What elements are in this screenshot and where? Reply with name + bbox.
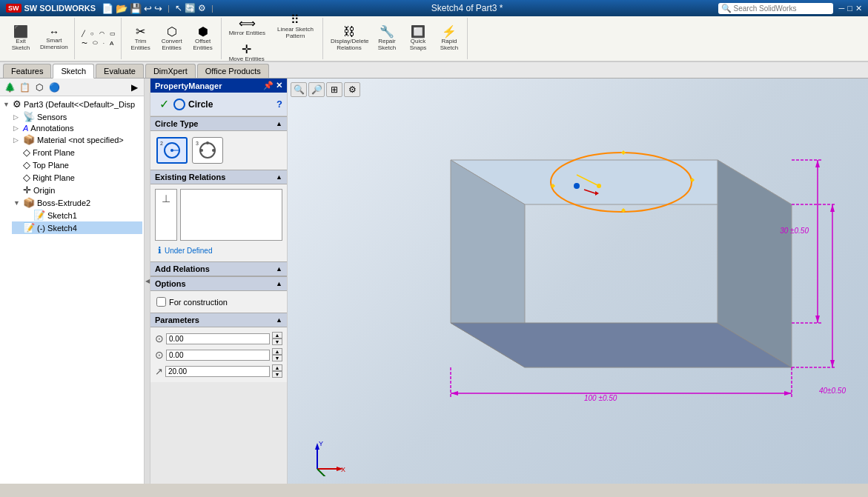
maximize-icon[interactable]: □: [847, 4, 852, 13]
tab-office-products[interactable]: Office Products: [197, 64, 269, 78]
under-defined-label: Under Defined: [165, 247, 212, 255]
titlebar: SW SW SOLIDWORKS 📄 📂 💾 ↩ ↪ | ↖ 🔄 ⚙ | Ske…: [0, 0, 868, 16]
point-button[interactable]: ·: [101, 39, 107, 47]
spline-button[interactable]: 〜: [79, 39, 90, 48]
tab-evaluate[interactable]: Evaluate: [96, 64, 144, 78]
display-delete-relations-button[interactable]: ⛓ Display/DeleteRelations: [328, 24, 371, 53]
param-r-up[interactable]: ▲: [272, 364, 282, 371]
zoom-in-button[interactable]: 🔍: [291, 82, 307, 97]
rebuild-icon[interactable]: 🔄: [185, 3, 196, 13]
parameters-header[interactable]: Parameters ▲: [150, 313, 287, 327]
undo-icon[interactable]: ↩: [144, 3, 152, 14]
pm-close-icon[interactable]: ✕: [276, 81, 282, 90]
collapse-arrow-icon: ◀: [145, 278, 150, 284]
add-relations-header[interactable]: Add Relations ▲: [150, 261, 287, 276]
view-options-button[interactable]: ⚙: [344, 82, 360, 97]
tree-item-boss-extrude2[interactable]: ▼ 📦 Boss-Extrude2: [12, 196, 142, 209]
tree-icon-1[interactable]: 🌲: [3, 81, 16, 94]
ellipse-button[interactable]: ⬭: [90, 39, 100, 47]
param-r-input[interactable]: [165, 366, 270, 377]
trim-entities-button[interactable]: ✂ TrimEntities: [126, 24, 156, 53]
circle-type-perimeter-button[interactable]: 3: [192, 137, 223, 164]
view-normal-button[interactable]: ⊞: [326, 82, 342, 97]
feature-tree-toolbar: 🌲 📋 ⬡ 🔵 ▶: [0, 79, 144, 96]
toolbar-group-draw: ╱ ○ ◠ ▭ 〜 ⬭ ·: [76, 18, 122, 59]
pm-accept-button[interactable]: ✓: [155, 96, 173, 113]
open-icon[interactable]: 📂: [116, 3, 127, 14]
options-icon[interactable]: ⚙: [198, 3, 206, 13]
tree-icon-3[interactable]: ⬡: [33, 81, 46, 94]
for-construction-checkbox[interactable]: [156, 297, 166, 307]
boss-extrude-icon: 📦: [23, 197, 35, 208]
arc-button[interactable]: ◠: [97, 30, 107, 38]
circle-button[interactable]: ○: [88, 30, 96, 38]
minimize-icon[interactable]: ─: [839, 4, 845, 13]
svg-marker-36: [830, 204, 835, 212]
quick-snaps-button[interactable]: 🔲 QuickSnaps: [403, 24, 433, 53]
close-icon[interactable]: ✕: [855, 4, 862, 13]
existing-relations-header[interactable]: Existing Relations ▲: [150, 170, 287, 184]
tree-item-front-plane[interactable]: ◇ Front Plane: [12, 146, 142, 159]
tree-item-part3[interactable]: ▼ ⚙ Part3 (Default<<Default>_Disp: [1, 98, 142, 110]
toolbar: ⬛ ExitSketch ↔ SmartDimension ╱ ○ ◠ ▭: [0, 16, 868, 62]
param-r-down[interactable]: ▼: [272, 371, 282, 378]
tab-features[interactable]: Features: [3, 64, 51, 78]
param-y-up[interactable]: ▲: [272, 348, 282, 355]
circle-type-center-button[interactable]: 2: [156, 137, 188, 164]
repair-sketch-button[interactable]: 🔧 RepairSketch: [372, 24, 402, 53]
collapse-handle[interactable]: ◀: [145, 79, 150, 484]
param-x-input[interactable]: [166, 333, 270, 344]
redo-icon[interactable]: ↪: [154, 3, 162, 14]
tree-item-right-plane[interactable]: ◇ Right Plane: [12, 171, 142, 184]
param-y-spinner: ▲ ▼: [272, 348, 282, 361]
tab-dimxpert[interactable]: DimXpert: [145, 64, 196, 78]
param-x-up[interactable]: ▲: [272, 332, 282, 338]
tree-item-sketch1[interactable]: 📝 Sketch1: [22, 209, 142, 221]
mirror-entities-button[interactable]: ⟺ Mirror Entities: [226, 16, 268, 39]
search-box[interactable]: 🔍: [718, 3, 833, 14]
arc-icon: ◠: [99, 30, 105, 37]
linear-pattern-label: Linear Sketch Pattern: [276, 27, 314, 40]
line-button[interactable]: ╱: [79, 30, 87, 38]
convert-entities-button[interactable]: ⬡ ConvertEntities: [157, 24, 187, 53]
exit-sketch-button[interactable]: ⬛ ExitSketch: [6, 24, 36, 53]
param-y-down[interactable]: ▼: [272, 355, 282, 361]
options-header[interactable]: Options ▲: [150, 276, 287, 291]
text-button[interactable]: A: [107, 39, 116, 47]
tree-branch: ▷ 📡 Sensors ▷ A Annotations ▷ 📦 Material…: [1, 110, 142, 234]
smart-dimension-button[interactable]: ↔ SmartDimension: [37, 25, 71, 53]
pm-header: PropertyManager 📌 ✕: [150, 79, 287, 93]
tree-item-material[interactable]: ▷ 📦 Material <not specified>: [12, 133, 142, 146]
smart-dimension-label: SmartDimension: [40, 38, 68, 51]
param-y-input[interactable]: [166, 350, 270, 361]
tree-icon-2[interactable]: 📋: [18, 81, 31, 94]
mirror-icon: ⟺: [239, 18, 256, 30]
tree-item-origin[interactable]: ✛ Origin: [12, 184, 142, 196]
pm-pin-icon[interactable]: 📌: [263, 81, 274, 90]
circle-type-header[interactable]: Circle Type ▲: [150, 116, 287, 131]
linear-sketch-pattern-button[interactable]: ⠿ Linear Sketch Pattern: [271, 13, 319, 41]
pm-help-button[interactable]: ?: [276, 99, 282, 110]
tree-item-sketch4[interactable]: 📝 (-) Sketch4: [12, 221, 142, 234]
tree-expand-icon[interactable]: ▶: [127, 81, 141, 94]
svg-marker-31: [451, 391, 458, 396]
pointer-icon[interactable]: ↖: [175, 3, 182, 13]
svg-text:3: 3: [196, 141, 199, 146]
tree-item-annotations[interactable]: ▷ A Annotations: [12, 123, 142, 133]
quick-snaps-label: QuickSnaps: [410, 39, 427, 52]
toolbar-group-relations: ⛓ Display/DeleteRelations 🔧 RepairSketch…: [325, 18, 468, 59]
offset-entities-button[interactable]: ⬢ OffsetEntities: [188, 24, 218, 53]
new-icon[interactable]: 📄: [102, 3, 113, 14]
tab-sketch[interactable]: Sketch: [53, 64, 94, 79]
save-icon[interactable]: 💾: [130, 3, 142, 14]
tree-item-top-plane[interactable]: ◇ Top Plane: [12, 159, 142, 171]
param-x-down[interactable]: ▼: [272, 338, 282, 345]
rect-button[interactable]: ▭: [107, 30, 118, 38]
search-input[interactable]: [734, 4, 830, 13]
zoom-out-button[interactable]: 🔎: [308, 82, 325, 97]
tree-item-sensors[interactable]: ▷ 📡 Sensors: [12, 110, 142, 123]
tree-icon-4[interactable]: 🔵: [47, 81, 61, 94]
rapid-sketch-button[interactable]: ⚡ RapidSketch: [434, 24, 464, 53]
move-entities-button[interactable]: ✛ Move Entities: [226, 42, 268, 64]
mirror-label: Mirror Entities: [229, 30, 265, 37]
